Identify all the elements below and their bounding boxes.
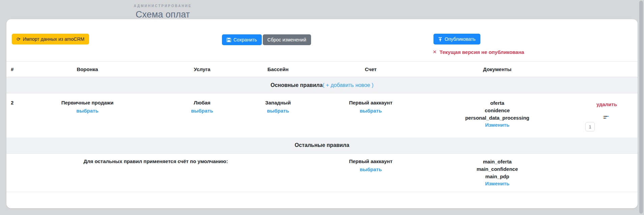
default-rule-row: Для остальных правил применяется счёт по… (6, 154, 638, 192)
main-rules-title: Основные правила (271, 82, 323, 88)
edit-documents-link[interactable]: Изменить (485, 122, 509, 128)
edit-default-documents-link[interactable]: Изменить (485, 181, 509, 186)
order-input[interactable] (585, 122, 595, 131)
publish-label: Опубликовать (445, 37, 476, 41)
reset-button[interactable]: Сброс изменений (263, 34, 311, 45)
column-header-funnel: Воронка (22, 62, 153, 77)
import-amocrm-button[interactable]: ⟳ Импорт данных из amoCRM (12, 34, 89, 44)
column-header-actions (558, 62, 638, 77)
other-rules-title: Остальные правила (295, 142, 349, 148)
funnel-value: Первичные продажи (22, 100, 153, 105)
error-x-icon: × (433, 49, 437, 55)
status-text: Текущая версия не опубликована (440, 49, 524, 55)
save-icon (227, 38, 231, 42)
rule-row: 2 Первичные продажи выбрать Любая выбрат… (6, 93, 638, 137)
account-value: Первый ааккаунт (305, 100, 437, 105)
page-title: Схема оплат (0, 9, 326, 20)
page-scrollbar[interactable] (639, 0, 643, 215)
save-button[interactable]: Сохранить (222, 34, 262, 45)
payment-rules-table: # Воронка Услуга Бассейн Счет Документы … (6, 61, 638, 192)
rule-number: 2 (6, 93, 22, 137)
document-item: main_confidence (437, 166, 558, 172)
default-rule-description: Для остальных правил применяется счёт по… (6, 154, 305, 192)
service-choose-link[interactable]: выбрать (191, 108, 213, 114)
sort-lines-icon[interactable] (603, 116, 609, 119)
pool-value: Западный (251, 100, 305, 105)
section-main-rules: Основные правила( + добавить новое ) (6, 77, 638, 93)
refresh-icon: ⟳ (17, 37, 21, 41)
document-item: conidence (437, 107, 558, 114)
publish-button[interactable]: Опубликовать (433, 34, 480, 44)
pool-choose-link[interactable]: выбрать (267, 108, 289, 114)
default-account-value: Первый ааккаунт (305, 158, 437, 164)
page-eyebrow: АДМИНИСТРИРОВАНИЕ (0, 4, 326, 8)
delete-rule-link[interactable]: удалить (596, 101, 617, 107)
save-label: Сохранить (233, 37, 257, 42)
page-header: АДМИНИСТРИРОВАНИЕ Схема оплат (0, 4, 326, 20)
column-header-num: # (6, 62, 22, 77)
upload-icon (438, 37, 442, 41)
reset-label: Сброс изменений (268, 37, 306, 42)
document-item: main_oferta (437, 158, 558, 165)
import-amocrm-label: Импорт данных из amoCRM (23, 37, 84, 41)
status-message: × Текущая версия не опубликована (433, 49, 524, 55)
default-account-choose-link[interactable]: выбрать (360, 166, 382, 172)
content-card: ⟳ Импорт данных из amoCRM Сохранить Сбро… (6, 19, 638, 208)
document-item: main_pdp (437, 173, 558, 180)
document-item: oferta (437, 100, 558, 106)
service-value: Любая (153, 100, 251, 105)
column-header-account: Счет (305, 62, 437, 77)
table-header-row: # Воронка Услуга Бассейн Счет Документы (6, 62, 638, 77)
column-header-pool: Бассейн (251, 62, 305, 77)
column-header-service: Услуга (153, 62, 251, 77)
section-other-rules: Остальные правила (6, 137, 638, 154)
save-reset-group: Сохранить Сброс изменений (222, 34, 311, 45)
funnel-choose-link[interactable]: выбрать (76, 108, 98, 114)
column-header-documents: Документы (437, 62, 558, 77)
account-choose-link[interactable]: выбрать (360, 108, 382, 114)
scrollbar-thumb[interactable] (639, 1, 643, 214)
add-new-rule-link[interactable]: ( + добавить новое ) (323, 82, 373, 88)
document-item: personal_data_processing (437, 115, 558, 121)
